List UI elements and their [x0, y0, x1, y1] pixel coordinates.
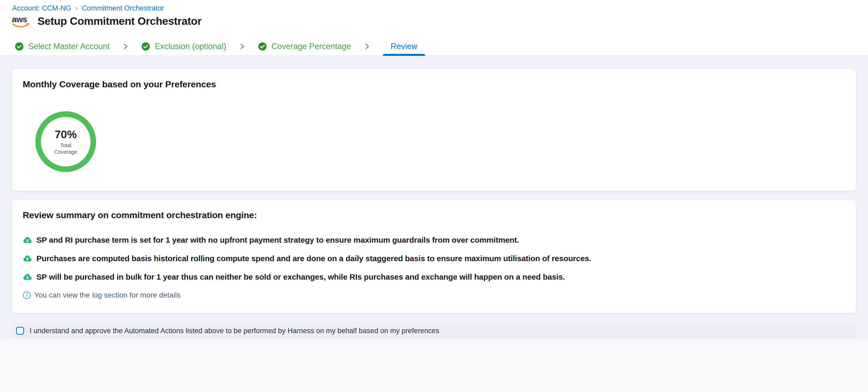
info-circle-icon — [23, 291, 31, 299]
tab-label: Exclusion (optional) — [155, 42, 226, 51]
breadcrumb-separator-icon: › — [75, 4, 78, 12]
log-info-note: You can view the log section for more de… — [23, 291, 856, 299]
monthly-coverage-card: Monthly Coverage based on your Preferenc… — [12, 69, 856, 191]
tab-review[interactable]: Review — [383, 37, 426, 55]
total-coverage-donut-chart: 70% Total Coverage — [35, 111, 96, 172]
coverage-card-title: Monthly Coverage based on your Preferenc… — [12, 69, 856, 90]
tab-label: Select Master Account — [28, 42, 110, 51]
tab-label: Review — [391, 42, 417, 51]
list-item: $ SP will be purchased in bulk for 1 yea… — [23, 272, 845, 282]
info-text-prefix: You can view the — [34, 291, 90, 299]
setup-stepper: Select Master Account Exclusion (optiona… — [0, 37, 868, 56]
chevron-right-icon — [122, 43, 129, 50]
cloud-dollar-icon: $ — [23, 255, 32, 262]
breadcrumb-account-link[interactable]: Account: CCM-NG — [12, 4, 71, 12]
info-text-suffix: for more details — [130, 291, 181, 299]
log-section-link[interactable]: log section — [92, 291, 127, 299]
tab-exclusion[interactable]: Exclusion (optional) — [141, 42, 226, 51]
cloud-dollar-icon: $ — [23, 273, 32, 281]
tab-label: Coverage Percentage — [271, 42, 351, 51]
donut-center-value: 70% — [55, 128, 77, 141]
cloud-dollar-icon: $ — [23, 236, 32, 244]
donut-center-label: Total Coverage — [51, 142, 81, 155]
breadcrumb-current-link[interactable]: Commitment Orchestrator — [82, 4, 164, 12]
check-circle-icon — [15, 42, 24, 51]
tab-coverage-percentage[interactable]: Coverage Percentage — [258, 42, 351, 51]
check-circle-icon — [141, 42, 150, 51]
summary-card-title: Review summary on commitment orchestrati… — [12, 200, 856, 220]
approval-label[interactable]: I understand and approve the Automated A… — [30, 327, 439, 335]
list-item: $ Purchases are computed basis historica… — [23, 254, 845, 263]
breadcrumb: Account: CCM-NG › Commitment Orchestrato… — [12, 4, 164, 12]
summary-bullet-text: SP will be purchased in bulk for 1 year … — [36, 272, 565, 282]
svg-text:$: $ — [26, 275, 29, 280]
summary-bullet-list: $ SP and RI purchase term is set for 1 y… — [12, 220, 856, 282]
review-summary-card: Review summary on commitment orchestrati… — [12, 200, 856, 313]
summary-bullet-text: Purchases are computed basis historical … — [36, 254, 591, 263]
check-circle-icon — [258, 42, 267, 51]
aws-logo-icon: aws — [11, 13, 32, 29]
svg-text:$: $ — [26, 257, 29, 261]
chevron-right-icon — [363, 43, 371, 50]
chevron-right-icon — [238, 43, 246, 50]
bottom-background — [0, 339, 868, 392]
page-title: Setup Commitment Orchestrator — [37, 15, 202, 27]
active-tab-underline — [383, 54, 426, 56]
summary-bullet-text: SP and RI purchase term is set for 1 yea… — [36, 235, 519, 244]
list-item: $ SP and RI purchase term is set for 1 y… — [23, 235, 845, 244]
approval-row: I understand and approve the Automated A… — [12, 322, 856, 339]
tab-select-master-account[interactable]: Select Master Account — [15, 42, 110, 51]
approval-checkbox[interactable] — [16, 327, 24, 335]
svg-text:aws: aws — [12, 14, 27, 24]
page-header: aws Setup Commitment Orchestrator — [11, 13, 202, 29]
svg-text:$: $ — [26, 238, 29, 243]
